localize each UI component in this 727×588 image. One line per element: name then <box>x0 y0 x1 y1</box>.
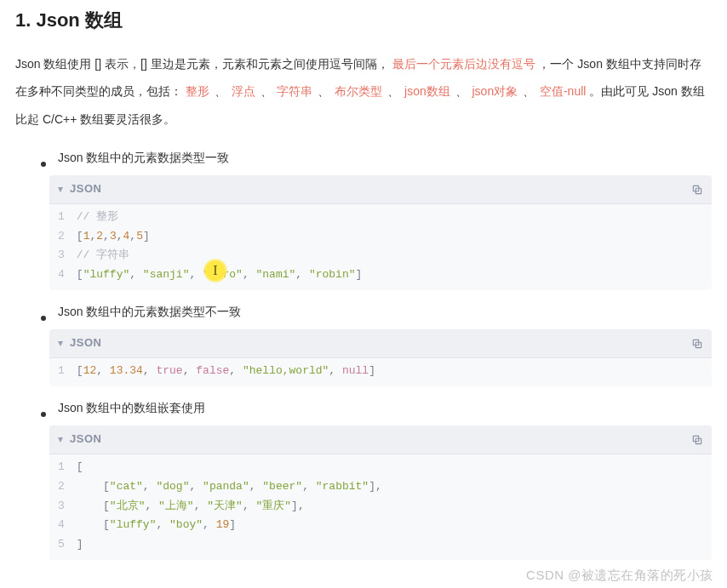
chevron-down-icon: ▾ <box>58 431 63 448</box>
section-1: Json 数组中的元素数据类型一致 ▾ JSON 1234 // 整形 [1,2… <box>15 148 712 290</box>
type-int: 整形 <box>186 84 209 98</box>
intro-highlight-last: 最后一个元素后边没有逗号 <box>392 57 535 71</box>
code-header[interactable]: ▾ JSON <box>49 329 712 358</box>
code-content[interactable]: 1234 // 整形 [1,2,3,4,5] // 字符串 ["luffy", … <box>49 204 712 290</box>
section-2-title: Json 数组中的元素数据类型不一致 <box>58 302 241 321</box>
copy-icon[interactable] <box>691 338 703 350</box>
page-heading: 1. Json 数组 <box>15 5 712 35</box>
code-lang-label: JSON <box>70 334 101 352</box>
line-gutter: 1234 <box>49 208 77 285</box>
code-lang-label: JSON <box>70 180 101 198</box>
section-2: Json 数组中的元素数据类型不一致 ▾ JSON 1 [12, 13.34, … <box>15 302 712 386</box>
watermark: CSDN @被遗忘在角落的死小孩 <box>526 565 713 585</box>
code-content[interactable]: 1 [12, 13.34, true, false, "hello,world"… <box>49 358 712 386</box>
chevron-down-icon: ▾ <box>58 335 63 351</box>
type-float: 浮点 <box>232 84 255 98</box>
type-string: 字符串 <box>277 84 312 98</box>
type-object: json对象 <box>472 84 518 98</box>
code-header[interactable]: ▾ JSON <box>49 175 712 204</box>
line-gutter: 1 <box>49 362 77 381</box>
section-1-title: Json 数组中的元素数据类型一致 <box>58 148 229 167</box>
bullet-icon <box>41 162 46 167</box>
code-header[interactable]: ▾ JSON <box>49 425 712 454</box>
chevron-down-icon: ▾ <box>58 181 63 197</box>
intro-paragraph: Json 数组使用 [] 表示，[] 里边是元素，元素和元素之间使用逗号间隔， … <box>15 50 712 133</box>
code-content[interactable]: 12345 [ ["cat", "dog", "panda", "beer", … <box>49 454 712 560</box>
bullet-icon <box>41 316 46 321</box>
code-block-3: ▾ JSON 12345 [ ["cat", "dog", "panda", "… <box>49 425 712 560</box>
type-bool: 布尔类型 <box>335 84 382 98</box>
code-lang-label: JSON <box>70 431 101 448</box>
code-block-2: ▾ JSON 1 [12, 13.34, true, false, "hello… <box>49 329 712 386</box>
line-gutter: 12345 <box>49 458 77 555</box>
intro-text-1: Json 数组使用 [] 表示，[] 里边是元素，元素和元素之间使用逗号间隔， <box>15 57 389 71</box>
type-null: 空值-null <box>540 84 586 98</box>
bullet-icon <box>41 412 46 417</box>
section-3: Json 数组中的数组嵌套使用 ▾ JSON 12345 [ ["cat", "… <box>15 398 712 560</box>
section-3-title: Json 数组中的数组嵌套使用 <box>58 398 205 417</box>
type-array: json数组 <box>404 84 450 98</box>
copy-icon[interactable] <box>691 184 703 196</box>
copy-icon[interactable] <box>691 434 703 446</box>
code-block-1: ▾ JSON 1234 // 整形 [1,2,3,4,5] // 字符串 ["l… <box>49 175 712 290</box>
